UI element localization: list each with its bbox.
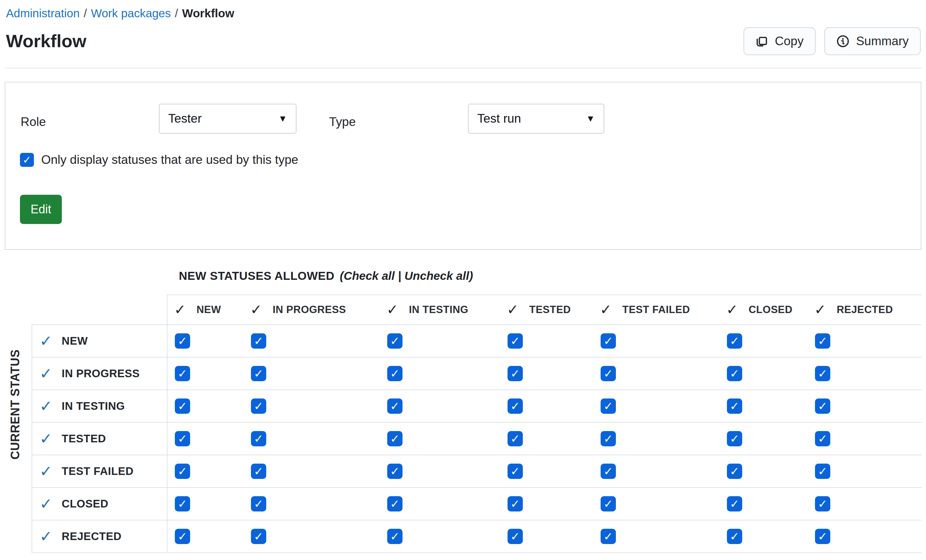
checkbox-in-testing-test-failed[interactable]: ✓ [601, 398, 616, 414]
checkbox-in-progress-in-testing[interactable]: ✓ [387, 366, 402, 381]
checkbox-rejected-in-testing[interactable]: ✓ [387, 529, 402, 544]
checkbox-tested-closed[interactable]: ✓ [727, 431, 742, 446]
copy-button-label: Copy [775, 34, 803, 48]
checkbox-in-testing-in-testing[interactable]: ✓ [387, 398, 402, 414]
row-check-all-icon-test-failed[interactable]: ✓ [39, 464, 53, 479]
checkbox-tested-new[interactable]: ✓ [175, 431, 190, 446]
matrix-cell-tested-rejected: ✓ [808, 422, 922, 455]
checkbox-test-failed-rejected[interactable]: ✓ [815, 464, 830, 479]
type-select-value: Test run [477, 112, 521, 126]
matrix-cell-rejected-rejected: ✓ [808, 520, 922, 553]
column-check-all-icon-new[interactable]: ✓ [174, 303, 186, 317]
checkbox-test-failed-in-testing[interactable]: ✓ [387, 464, 402, 479]
column-check-all-icon-rejected[interactable]: ✓ [814, 303, 826, 317]
checkbox-closed-in-progress[interactable]: ✓ [251, 496, 266, 512]
checkbox-in-progress-closed[interactable]: ✓ [727, 366, 742, 381]
row-header-in-progress: ✓IN PROGRESS [32, 357, 167, 390]
matrix-cell-new-new: ✓ [167, 325, 244, 357]
checkbox-in-testing-in-progress[interactable]: ✓ [251, 398, 266, 414]
row-check-all-icon-in-testing[interactable]: ✓ [39, 398, 53, 414]
column-header-rejected: ✓REJECTED [808, 295, 922, 325]
checkbox-in-progress-in-progress[interactable]: ✓ [251, 366, 266, 381]
checkbox-tested-test-failed[interactable]: ✓ [601, 431, 616, 446]
checkbox-new-rejected[interactable]: ✓ [815, 333, 830, 349]
row-check-all-icon-tested[interactable]: ✓ [39, 431, 53, 446]
checkbox-tested-rejected[interactable]: ✓ [815, 431, 830, 446]
checkbox-in-testing-rejected[interactable]: ✓ [815, 398, 830, 414]
checkbox-in-testing-closed[interactable]: ✓ [727, 398, 742, 414]
column-check-all-icon-tested[interactable]: ✓ [507, 303, 519, 317]
only-display-label[interactable]: Only display statuses that are used by t… [41, 153, 298, 167]
checkbox-tested-tested[interactable]: ✓ [508, 431, 523, 446]
checkbox-tested-in-progress[interactable]: ✓ [251, 431, 266, 446]
checkbox-test-failed-tested[interactable]: ✓ [508, 464, 523, 479]
checkbox-closed-rejected[interactable]: ✓ [815, 496, 830, 512]
checkbox-in-testing-tested[interactable]: ✓ [508, 398, 523, 414]
checkbox-in-progress-new[interactable]: ✓ [175, 366, 190, 381]
checkbox-test-failed-test-failed[interactable]: ✓ [601, 464, 616, 479]
row-check-all-icon-closed[interactable]: ✓ [39, 496, 53, 512]
checkbox-test-failed-new[interactable]: ✓ [175, 464, 190, 479]
checkbox-rejected-rejected[interactable]: ✓ [815, 529, 830, 544]
checkbox-closed-in-testing[interactable]: ✓ [387, 496, 402, 512]
column-check-all-icon-test-failed[interactable]: ✓ [600, 303, 611, 317]
checkbox-test-failed-in-progress[interactable]: ✓ [251, 464, 266, 479]
type-label: Type [329, 115, 356, 129]
uncheck-all-link[interactable]: Uncheck all [404, 269, 469, 282]
breadcrumb-separator: / [175, 7, 178, 20]
checkbox-closed-new[interactable]: ✓ [175, 496, 190, 512]
row-check-all-icon-new[interactable]: ✓ [39, 333, 53, 349]
column-check-all-icon-in-progress[interactable]: ✓ [250, 303, 262, 317]
summary-button-label: Summary [856, 34, 909, 48]
breadcrumb-link-administration[interactable]: Administration [6, 7, 80, 20]
checkbox-rejected-tested[interactable]: ✓ [508, 529, 523, 544]
type-select[interactable]: Test run ▼ [468, 104, 604, 133]
matrix-cell-rejected-tested: ✓ [500, 520, 593, 553]
check-all-link[interactable]: Check all [343, 269, 395, 282]
row-header-rejected: ✓REJECTED [32, 520, 167, 553]
checkbox-test-failed-closed[interactable]: ✓ [727, 464, 742, 479]
checkbox-in-testing-new[interactable]: ✓ [175, 398, 190, 414]
summary-button[interactable]: Summary [824, 27, 921, 55]
matrix-cell-tested-closed: ✓ [720, 422, 808, 455]
table-row-rejected: ✓REJECTED✓✓✓✓✓✓✓ [32, 520, 922, 553]
row-check-all-icon-in-progress[interactable]: ✓ [39, 366, 53, 381]
checkbox-new-tested[interactable]: ✓ [508, 333, 523, 349]
checkbox-in-progress-test-failed[interactable]: ✓ [601, 366, 616, 381]
checkbox-new-new[interactable]: ✓ [175, 333, 190, 349]
column-header-label: NEW [197, 304, 221, 316]
matrix-cell-new-tested: ✓ [500, 325, 593, 357]
checkbox-in-progress-tested[interactable]: ✓ [508, 366, 523, 381]
checkbox-closed-tested[interactable]: ✓ [508, 496, 523, 512]
matrix-cell-test-failed-rejected: ✓ [808, 455, 922, 487]
checkbox-rejected-closed[interactable]: ✓ [727, 529, 742, 544]
workflow-admin-page: Administration/Work packages/Workflow Wo… [0, 0, 926, 560]
matrix-cell-in-testing-rejected: ✓ [808, 390, 922, 422]
copy-button[interactable]: Copy [743, 27, 815, 55]
row-header-tested: ✓TESTED [32, 422, 167, 455]
row-header-label: NEW [62, 334, 88, 347]
checkbox-rejected-in-progress[interactable]: ✓ [251, 529, 266, 544]
matrix-cell-new-in-testing: ✓ [380, 325, 500, 357]
role-select[interactable]: Tester ▼ [159, 104, 297, 133]
edit-button[interactable]: Edit [20, 195, 62, 224]
checkbox-new-in-progress[interactable]: ✓ [251, 333, 266, 349]
checkbox-closed-closed[interactable]: ✓ [727, 496, 742, 512]
matrix-cell-rejected-in-testing: ✓ [380, 520, 500, 553]
table-row-closed: ✓CLOSED✓✓✓✓✓✓✓ [32, 487, 922, 520]
only-display-checkbox[interactable]: ✓ [20, 153, 34, 167]
checkbox-rejected-new[interactable]: ✓ [175, 529, 190, 544]
column-check-all-icon-closed[interactable]: ✓ [726, 303, 738, 317]
breadcrumb-separator: / [84, 7, 87, 20]
column-header-closed: ✓CLOSED [720, 295, 808, 325]
checkbox-in-progress-rejected[interactable]: ✓ [815, 366, 830, 381]
checkbox-new-test-failed[interactable]: ✓ [601, 333, 616, 349]
checkbox-tested-in-testing[interactable]: ✓ [387, 431, 402, 446]
checkbox-closed-test-failed[interactable]: ✓ [601, 496, 616, 512]
checkbox-new-in-testing[interactable]: ✓ [387, 333, 402, 349]
breadcrumb-link-work-packages[interactable]: Work packages [91, 7, 171, 20]
row-check-all-icon-rejected[interactable]: ✓ [39, 529, 53, 544]
column-check-all-icon-in-testing[interactable]: ✓ [387, 303, 398, 317]
checkbox-rejected-test-failed[interactable]: ✓ [601, 529, 616, 544]
checkbox-new-closed[interactable]: ✓ [727, 333, 742, 349]
